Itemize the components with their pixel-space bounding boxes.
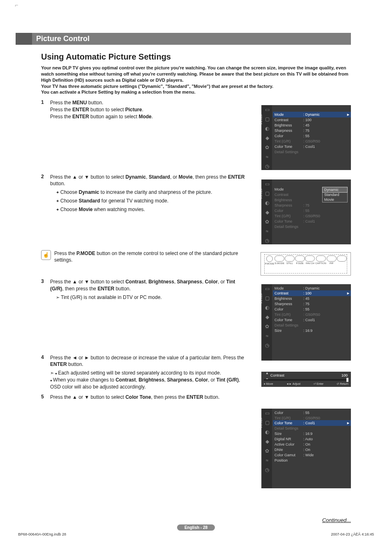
dropdown-option[interactable]: Movie xyxy=(323,197,347,202)
sub-bullet: Each adjusted setting will be stored sep… xyxy=(55,370,221,376)
osd-value: G50/R50 xyxy=(303,313,320,317)
osd-key: Color xyxy=(274,209,303,213)
step-line: Press the ▲ or ▼ button to select Color … xyxy=(50,394,247,401)
osd-row[interactable]: Color ToneCool1 xyxy=(274,144,349,149)
osd-value: 16:9 xyxy=(303,432,313,436)
remote-button: S.MODE xyxy=(274,255,284,264)
dropdown-option[interactable]: Dynamic xyxy=(322,187,348,193)
osd-key: Tint (G/R) xyxy=(274,139,303,143)
footer-timestamp: 2007-04-23 ¿ÀÈÄ 4:16:45 xyxy=(331,532,374,536)
osd-row[interactable]: Position xyxy=(274,458,349,463)
osd-row[interactable]: DNIeOn xyxy=(274,447,349,452)
osd-value: 55 xyxy=(303,411,309,415)
osd-row[interactable]: Color GamutWide xyxy=(274,452,349,458)
osd-row[interactable]: Brightness45 xyxy=(274,296,349,301)
step-line: Press the ENTER button to select Picture… xyxy=(50,106,247,113)
step-number: 2 xyxy=(41,174,50,213)
dropdown-option[interactable]: Standard xyxy=(323,192,347,197)
osd-row[interactable]: Color55 xyxy=(274,306,349,312)
slider-thumb[interactable] xyxy=(346,378,348,382)
note: Each adjusted setting will be stored sep… xyxy=(50,370,247,390)
osd-row[interactable]: Detail Settings xyxy=(274,322,349,328)
footer-filename: BP68-00640A-00Eng.indb 28 xyxy=(18,532,66,536)
hint-enter: ⏎ Enter xyxy=(314,382,324,386)
osd-value: 75 xyxy=(303,129,309,133)
osd-value: Cool1 xyxy=(303,145,315,149)
osd-row[interactable]: Digital NRAuto xyxy=(274,436,349,441)
osd-row[interactable]: Sharpness75 xyxy=(274,128,349,133)
osd-value: 16:9 xyxy=(303,329,313,333)
osd-row[interactable]: Color ToneCool1 xyxy=(274,218,349,224)
osd-sidebar: ▭▢◐◆✿≈◷ xyxy=(262,409,272,488)
osd-row[interactable]: Sharpness75 xyxy=(274,202,349,208)
contrast-slider[interactable]: ▲ Contrast ▼ 100 ♦ Move ◄► Adjust ⏎ Ente… xyxy=(261,372,351,387)
osd-value: 75 xyxy=(303,203,309,207)
page-title: Using Automatic Picture Settings xyxy=(41,52,351,62)
osd-key: Contrast xyxy=(274,118,303,122)
osd-row[interactable]: Sharpness75 xyxy=(274,301,349,306)
osd-row[interactable]: Color55 xyxy=(274,410,349,415)
osd-row[interactable]: ModeDynamic xyxy=(273,112,351,117)
note: Tint (G/R) is not available in DTV or PC… xyxy=(56,294,247,301)
osd-value: G50/R50 xyxy=(303,416,320,420)
hint-adjust: ◄► Adjust xyxy=(286,382,300,386)
osd-value: On xyxy=(303,448,310,452)
osd-key: Size xyxy=(274,432,303,436)
osd-row[interactable]: Contrast100 xyxy=(273,290,351,296)
osd-row[interactable]: Detail Settings xyxy=(274,224,349,229)
osd-key: Mode xyxy=(274,286,303,290)
step-5: 5 Press the ▲ or ▼ button to select Colo… xyxy=(41,394,351,401)
mode-dropdown[interactable]: DynamicStandardMovie xyxy=(322,187,348,202)
osd-row[interactable]: Brightness45 xyxy=(274,122,349,128)
osd-row[interactable]: Color ToneCool1 xyxy=(274,317,349,322)
osd-row[interactable]: Tint (G/R)G50/R50 xyxy=(274,213,349,218)
osd-key: Brightness xyxy=(274,198,303,202)
osd-body: ModeDynamicContrast100Brightness45Sharpn… xyxy=(273,105,351,157)
osd-key: Tint (G/R) xyxy=(274,214,303,218)
remote-button: CAPTION xyxy=(315,255,326,264)
step-line: Press the MENU button. xyxy=(50,99,247,106)
osd-key: Size xyxy=(274,329,303,333)
slider-bar[interactable] xyxy=(264,379,348,381)
osd-row[interactable]: Detail Settings xyxy=(274,149,349,154)
bullet: Choose Movie when watching movies. xyxy=(56,206,247,213)
osd-row[interactable]: Color55 xyxy=(274,208,349,213)
osd-key: Color Gamut xyxy=(274,453,303,457)
up-arrow-icon: ▲ xyxy=(265,371,269,375)
osd-key: DNIe xyxy=(274,448,303,452)
osd-sidebar: ▭▢◐◆✿≈◷ xyxy=(262,179,272,244)
osd-value: 100 xyxy=(303,118,311,122)
osd-key: Detail Settings xyxy=(274,323,303,327)
osd-row[interactable]: Color55 xyxy=(274,133,349,138)
osd-menu-mode-dropdown: Picture ▭▢◐◆✿≈◷ ModeContrastBrightnessSh… xyxy=(261,179,351,244)
osd-menu-contrast: Picture ▭▢◐◆✿≈◷ ModeDynamicContrast100Br… xyxy=(261,284,351,361)
slider-title: Contrast xyxy=(270,373,348,377)
osd-key: Sharpness xyxy=(274,302,303,306)
osd-sidebar: ▭▢◐◆✿≈◷ xyxy=(262,284,272,361)
step-line: Press the ◄ or ► button to decrease or i… xyxy=(50,354,247,368)
manual-page: Picture Control Using Automatic Picture … xyxy=(0,0,392,538)
osd-key: Color xyxy=(274,307,303,311)
osd-value: 55 xyxy=(303,307,309,311)
osd-value: G50/R50 xyxy=(303,214,320,218)
slider-footer: ♦ Move ◄► Adjust ⏎ Enter ↺ Return xyxy=(264,382,348,386)
osd-key: Mode xyxy=(274,113,303,117)
osd-key: Tint (G/R) xyxy=(274,416,303,420)
osd-row[interactable]: Contrast100 xyxy=(274,117,349,122)
osd-key: Color Tone xyxy=(274,318,303,322)
step-number: 5 xyxy=(41,394,50,401)
osd-key: Tint (G/R) xyxy=(274,313,303,317)
osd-value: Dynamic xyxy=(303,286,320,290)
tip-text: Press the P.MODE button on the remote co… xyxy=(54,250,247,264)
osd-row[interactable]: Tint (G/R)G50/R50 xyxy=(274,312,349,317)
osd-value: On xyxy=(303,442,310,446)
hint-return: ↺ Return xyxy=(337,382,348,386)
osd-body: Color55Tint (G/R)G50/R50Color ToneCool1D… xyxy=(273,409,351,465)
osd-row[interactable]: Active ColorOn xyxy=(274,441,349,447)
osd-row[interactable]: Tint (G/R)G50/R50 xyxy=(274,138,349,144)
bullet: Choose Standard for general TV watching … xyxy=(56,198,247,205)
osd-row[interactable]: Color ToneCool1 xyxy=(273,420,351,426)
osd-row[interactable]: Detail Settings xyxy=(274,425,349,431)
osd-row[interactable]: Size16:9 xyxy=(274,431,349,436)
osd-row[interactable]: Size16:9 xyxy=(274,328,349,333)
